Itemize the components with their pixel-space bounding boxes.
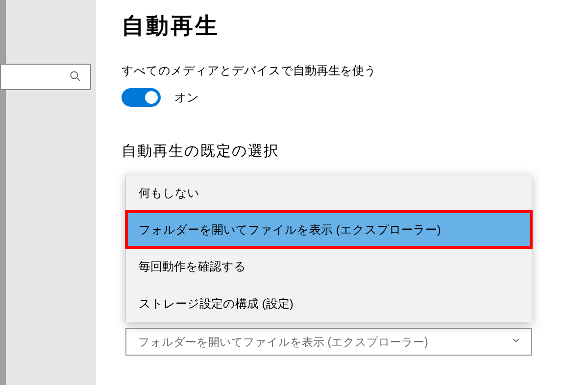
sidebar [0,0,96,385]
dropdown-list: 何もしない フォルダーを開いてファイルを表示 (エクスプローラー) 毎回動作を確… [125,174,532,322]
search-icon [69,70,81,84]
main-content: 自動再生 すべてのメディアとデバイスで自動再生を使う オン 自動再生の既定の選択… [122,11,588,322]
chevron-down-icon [511,335,521,349]
dropdown-option-ask-every-time[interactable]: 毎回動作を確認する [126,248,532,285]
search-input[interactable] [0,64,91,90]
dropdown-option-open-folder[interactable]: フォルダーを開いてファイルを表示 (エクスプローラー) [126,211,532,248]
autoplay-default-select[interactable]: フォルダーを開いてファイルを表示 (エクスプローラー) [125,328,532,356]
toggle-knob [145,91,158,104]
autoplay-default-dropdown: 何もしない フォルダーを開いてファイルを表示 (エクスプローラー) 毎回動作を確… [125,174,588,322]
select-display-value: フォルダーを開いてファイルを表示 (エクスプローラー) [138,335,428,350]
svg-line-1 [77,78,80,81]
window-edge [0,0,6,385]
svg-point-0 [71,72,77,78]
autoplay-toggle[interactable] [122,88,161,107]
page-title: 自動再生 [122,11,588,41]
dropdown-option-storage-settings[interactable]: ストレージ設定の構成 (設定) [126,285,532,322]
autoplay-toggle-label: すべてのメディアとデバイスで自動再生を使う [122,63,588,78]
defaults-section-title: 自動再生の既定の選択 [122,141,588,161]
autoplay-toggle-state: オン [174,90,199,105]
dropdown-option-none[interactable]: 何もしない [126,174,532,211]
autoplay-toggle-row: オン [122,88,588,107]
